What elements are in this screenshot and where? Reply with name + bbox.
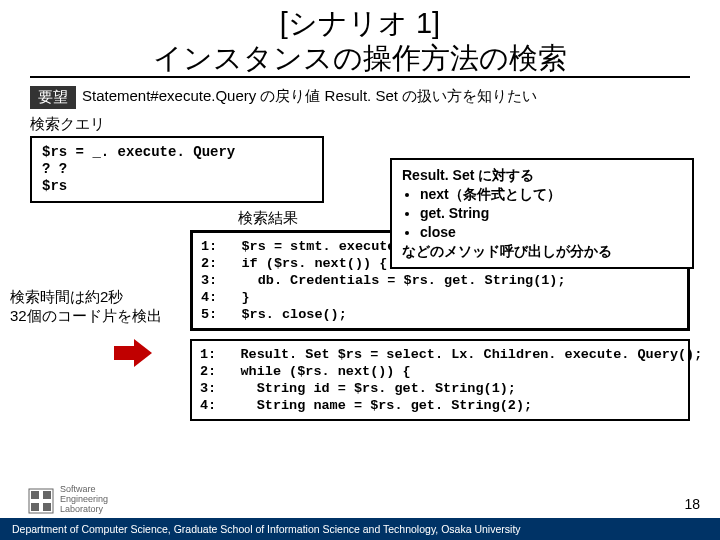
title-line-1: [シナリオ 1] xyxy=(0,6,720,41)
code-snippet-2: 1: Result. Set $rs = select. Lx. Childre… xyxy=(190,339,690,421)
svg-rect-1 xyxy=(31,491,39,499)
explain-item-3: close xyxy=(420,223,682,242)
title-line-2: インスタンスの操作方法の検索 xyxy=(0,41,720,76)
logo-icon xyxy=(28,488,54,514)
title-underline xyxy=(30,76,690,78)
meta-line-2: 32個のコード片を検出 xyxy=(10,306,190,325)
query-label: 検索クエリ xyxy=(0,115,720,134)
svg-rect-2 xyxy=(43,491,51,499)
svg-rect-3 xyxy=(31,503,39,511)
explain-item-1: next（条件式として） xyxy=(420,185,682,204)
desire-line: 要望Statement#execute.Query の戻り値 Result. S… xyxy=(0,84,720,115)
logo-text-1: Software xyxy=(60,484,108,494)
logo-text-3: Laboratory xyxy=(60,504,108,514)
explain-line-1: Result. Set に対する xyxy=(402,166,682,185)
meta-line-1: 検索時間は約2秒 xyxy=(10,287,190,306)
footer-bar: Department of Computer Science, Graduate… xyxy=(0,518,720,540)
arrow-icon xyxy=(114,346,134,360)
requirement-badge: 要望 xyxy=(30,86,76,109)
logo-text: Software Engineering Laboratory xyxy=(60,484,108,514)
explanation-box: Result. Set に対する next（条件式として） get. Strin… xyxy=(390,158,694,269)
slide-title: [シナリオ 1] インスタンスの操作方法の検索 xyxy=(0,0,720,76)
explain-line-2: などのメソッド呼び出しが分かる xyxy=(402,242,682,261)
desire-text: Statement#execute.Query の戻り値 Result. Set… xyxy=(82,87,537,104)
logo-text-2: Engineering xyxy=(60,494,108,504)
query-box: $rs = _. execute. Query ? ? $rs xyxy=(30,136,324,203)
explain-item-2: get. String xyxy=(420,204,682,223)
svg-rect-4 xyxy=(43,503,51,511)
page-number: 18 xyxy=(684,496,700,512)
meta-block: 検索時間は約2秒 32個のコード片を検出 xyxy=(10,287,190,325)
arrow-tip-icon xyxy=(134,339,152,367)
